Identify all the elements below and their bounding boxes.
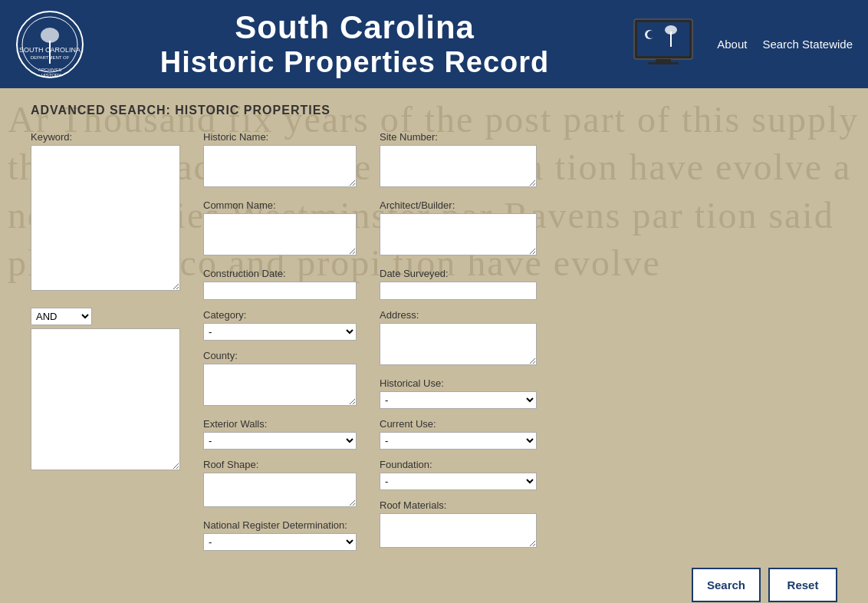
column-keyword: Keyword: AND OR NOT bbox=[31, 131, 188, 483]
historical-use-select[interactable]: - Agriculture Commerce Domestic bbox=[380, 391, 537, 409]
category-label: Category: bbox=[203, 309, 364, 321]
historical-use-group: Historical Use: - Agriculture Commerce D… bbox=[380, 377, 544, 409]
date-surveyed-group: Date Surveyed: bbox=[380, 268, 544, 300]
svg-point-13 bbox=[665, 25, 677, 35]
title-line1: South Carolina bbox=[100, 9, 610, 46]
roof-shape-label: Roof Shape: bbox=[203, 459, 364, 470]
county-group: County: bbox=[203, 350, 364, 409]
construction-date-input[interactable] bbox=[203, 282, 357, 300]
roof-materials-input[interactable] bbox=[380, 513, 537, 548]
exterior-walls-select[interactable]: - Brick Frame Concrete Stone Stucco bbox=[203, 432, 357, 450]
agency-logo: SOUTH CAROLINA DEPARTMENT OF ARCHIVES • … bbox=[15, 10, 84, 79]
roof-shape-group: Roof Shape: bbox=[203, 459, 364, 510]
svg-point-5 bbox=[41, 28, 59, 43]
architect-builder-input[interactable] bbox=[380, 213, 537, 255]
address-label: Address: bbox=[380, 309, 544, 321]
foundation-select[interactable]: - Brick Concrete Pier Stone bbox=[380, 473, 537, 490]
svg-rect-9 bbox=[637, 22, 689, 56]
roof-materials-label: Roof Materials: bbox=[380, 499, 544, 511]
date-surveyed-label: Date Surveyed: bbox=[380, 268, 544, 279]
site-number-label: Site Number: bbox=[380, 131, 544, 143]
search-button[interactable]: Search bbox=[692, 568, 761, 602]
svg-text:• HISTORY: • HISTORY bbox=[38, 73, 61, 77]
reset-button[interactable]: Reset bbox=[768, 568, 837, 602]
keyword2-field-group bbox=[31, 328, 188, 473]
construction-date-group: Construction Date: bbox=[203, 268, 364, 300]
exterior-walls-label: Exterior Walls: bbox=[203, 418, 364, 430]
site-title: South Carolina Historic Properties Recor… bbox=[100, 9, 610, 79]
svg-text:ARCHIVES: ARCHIVES bbox=[38, 68, 62, 72]
svg-point-11 bbox=[647, 31, 655, 38]
form-buttons: Search Reset bbox=[31, 568, 837, 602]
common-name-label: Common Name: bbox=[203, 199, 364, 211]
current-use-select[interactable]: - Agriculture Commerce Domestic bbox=[380, 432, 537, 450]
roof-shape-input[interactable] bbox=[203, 473, 357, 507]
monitor-icon bbox=[633, 18, 694, 71]
page-header: SOUTH CAROLINA DEPARTMENT OF ARCHIVES • … bbox=[0, 0, 868, 88]
current-use-label: Current Use: bbox=[380, 418, 544, 430]
keyword-input[interactable] bbox=[31, 145, 180, 291]
search-form: Keyword: AND OR NOT bbox=[31, 131, 837, 602]
keyword2-input[interactable] bbox=[31, 328, 180, 470]
column-right: Site Number: Architect/Builder: Date Sur… bbox=[380, 131, 544, 560]
current-use-group: Current Use: - Agriculture Commerce Dome… bbox=[380, 418, 544, 450]
search-statewide-link[interactable]: Search Statewide bbox=[762, 38, 853, 51]
page-title: ADVANCED SEARCH: HISTORIC PROPERTIES bbox=[31, 104, 837, 117]
foundation-label: Foundation: bbox=[380, 459, 544, 470]
category-select[interactable]: - Building Structure Object District Sit… bbox=[203, 323, 357, 341]
date-surveyed-input[interactable] bbox=[380, 282, 537, 300]
category-group: Category: - Building Structure Object Di… bbox=[203, 309, 364, 341]
and-or-select[interactable]: AND OR NOT bbox=[31, 308, 92, 325]
and-or-group: AND OR NOT bbox=[31, 303, 188, 325]
about-link[interactable]: About bbox=[717, 38, 747, 51]
svg-rect-14 bbox=[656, 59, 671, 62]
county-label: County: bbox=[203, 350, 364, 361]
architect-builder-group: Architect/Builder: bbox=[380, 199, 544, 259]
content-wrapper: ADVANCED SEARCH: HISTORIC PROPERTIES Key… bbox=[31, 104, 837, 602]
form-grid: Keyword: AND OR NOT bbox=[31, 131, 837, 560]
site-number-input[interactable] bbox=[380, 145, 537, 187]
svg-rect-15 bbox=[648, 62, 679, 64]
architect-builder-label: Architect/Builder: bbox=[380, 199, 544, 211]
column-middle: Historic Name: Common Name: Construction… bbox=[203, 131, 364, 560]
county-input[interactable] bbox=[203, 364, 357, 406]
common-name-input[interactable] bbox=[203, 213, 357, 255]
foundation-group: Foundation: - Brick Concrete Pier Stone bbox=[380, 459, 544, 490]
historic-name-label: Historic Name: bbox=[203, 131, 364, 143]
top-navigation: About Search Statewide bbox=[717, 38, 853, 51]
exterior-walls-group: Exterior Walls: - Brick Frame Concrete S… bbox=[203, 418, 364, 450]
main-content: Ar Thousand fix years of the post part o… bbox=[0, 88, 868, 603]
keyword-label: Keyword: bbox=[31, 131, 188, 143]
historical-use-label: Historical Use: bbox=[380, 377, 544, 389]
construction-date-label: Construction Date: bbox=[203, 268, 364, 279]
site-number-group: Site Number: bbox=[380, 131, 544, 190]
address-input[interactable] bbox=[380, 323, 537, 365]
national-register-label: National Register Determination: bbox=[203, 519, 364, 531]
address-group: Address: bbox=[380, 309, 544, 368]
historic-name-group: Historic Name: bbox=[203, 131, 364, 190]
national-register-select[interactable]: - Listed Eligible Not Eligible Pending bbox=[203, 533, 357, 551]
title-line2: Historic Properties Record bbox=[100, 46, 610, 79]
historic-name-input[interactable] bbox=[203, 145, 357, 187]
keyword-field-group: Keyword: bbox=[31, 131, 188, 294]
roof-materials-group: Roof Materials: bbox=[380, 499, 544, 551]
common-name-group: Common Name: bbox=[203, 199, 364, 259]
national-register-group: National Register Determination: - Liste… bbox=[203, 519, 364, 551]
